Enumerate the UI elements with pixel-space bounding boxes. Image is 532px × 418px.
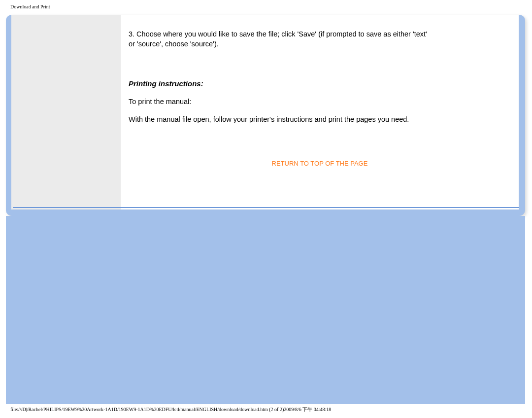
sidebar (11, 15, 121, 209)
page-header-title: Download and Print (10, 4, 50, 9)
printing-instructions-heading: Printing instructions: (129, 79, 505, 88)
footer-file-path: file:///D|/Rachel/PHILIPS/19EW9%20Artwor… (10, 406, 331, 413)
print-body-text: With the manual file open, follow your p… (129, 115, 439, 123)
main-content: 3. Choose where you would like to save t… (121, 15, 519, 209)
content-card: 3. Choose where you would like to save t… (6, 15, 525, 216)
card-inner: 3. Choose where you would like to save t… (11, 15, 519, 209)
card-divider-line (13, 207, 519, 208)
lower-background (6, 216, 525, 404)
print-intro-text: To print the manual: (129, 98, 505, 105)
save-instruction-text: 3. Choose where you would like to save t… (129, 30, 429, 49)
return-to-top-link[interactable]: RETURN TO TOP OF THE PAGE (121, 160, 519, 167)
